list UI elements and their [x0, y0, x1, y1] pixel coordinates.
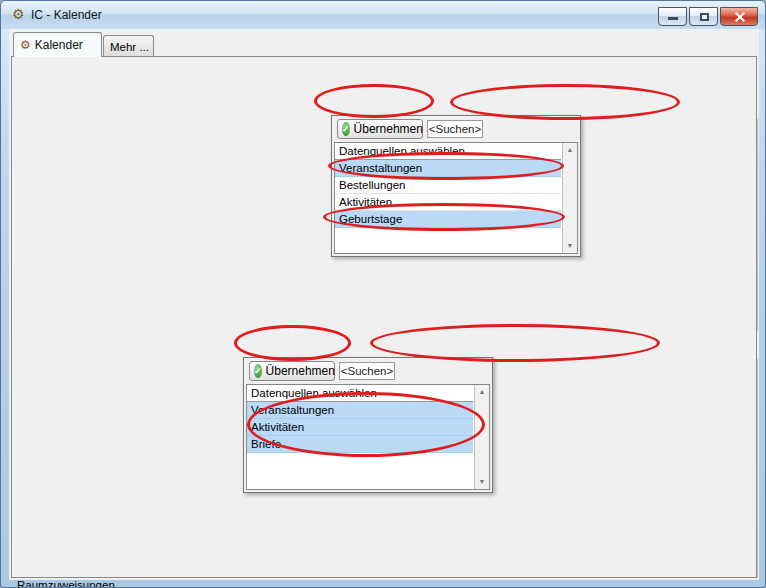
restore-button[interactable] — [689, 7, 718, 26]
apply-check-icon: ✓ — [254, 364, 262, 378]
annotation-oval-items-bottom — [247, 392, 485, 457]
dropdown-scrollbar[interactable]: ▲ ▼ — [474, 385, 489, 489]
apply-check-icon: ✓ — [342, 122, 350, 136]
scroll-up-icon[interactable]: ▲ — [563, 143, 577, 157]
title-bar[interactable]: ⚙ IC - Kalender — [1, 1, 765, 29]
tab-gear-icon: ⚙ — [20, 38, 31, 52]
search-input[interactable]: <Suchen> — [339, 362, 395, 380]
minimize-icon — [668, 17, 678, 20]
detail-line: Raumzuweisungen — [17, 578, 174, 588]
scroll-up-icon[interactable]: ▲ — [475, 385, 489, 399]
dropdown-scrollbar[interactable]: ▲ ▼ — [562, 143, 577, 253]
app-gear-icon: ⚙ — [12, 6, 25, 22]
window-title: IC - Kalender — [31, 8, 102, 22]
close-icon — [735, 12, 745, 22]
annotation-oval-item-geburtstage — [323, 203, 565, 231]
minimize-button[interactable] — [658, 7, 687, 26]
uebernehmen-label: Übernehmen — [266, 364, 335, 378]
uebernehmen-label: Übernehmen — [354, 122, 423, 136]
scroll-down-icon[interactable]: ▼ — [563, 239, 577, 253]
app-window: ⚙ IC - Kalender ⚙ Kalender Mehr ... → ◁ … — [0, 0, 766, 588]
close-button[interactable] — [720, 7, 758, 26]
datenquellen-dropdown-top: ✓ Übernehmen <Suchen> Datenquellen auswä… — [331, 115, 581, 257]
tab-kalender[interactable]: ⚙ Kalender — [13, 32, 102, 57]
tab-mehr[interactable]: Mehr ... — [103, 35, 154, 57]
search-input[interactable]: <Suchen> — [427, 120, 483, 138]
tab-mehr-label: Mehr ... — [110, 41, 149, 53]
uebernehmen-button[interactable]: ✓ Übernehmen — [249, 361, 335, 381]
annotation-oval-datenquellen-top — [314, 84, 434, 118]
annotation-oval-item-veranstaltungen — [328, 152, 564, 180]
restore-icon — [700, 13, 709, 21]
annotation-oval-buttons-top — [450, 84, 680, 120]
uebernehmen-button[interactable]: ✓ Übernehmen — [337, 119, 423, 139]
tab-kalender-label: Kalender — [35, 38, 83, 52]
scroll-down-icon[interactable]: ▼ — [475, 475, 489, 489]
annotation-oval-datenquellen-bottom — [234, 325, 351, 361]
annotation-oval-buttons-bottom — [370, 324, 660, 362]
